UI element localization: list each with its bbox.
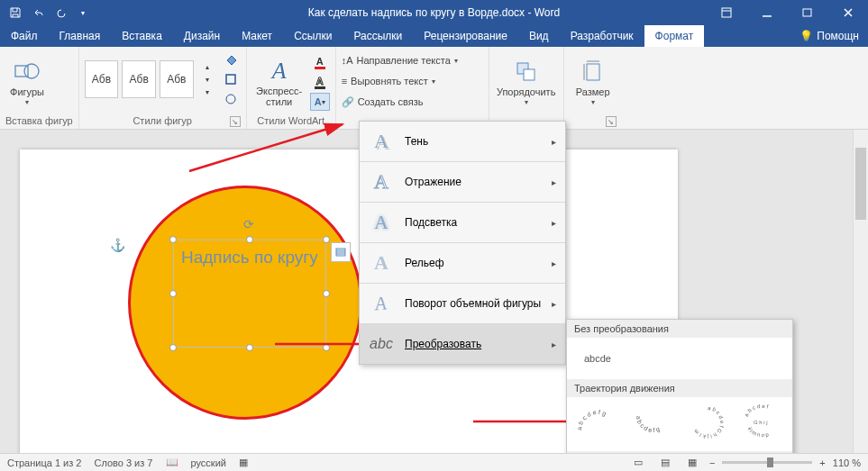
tab-references[interactable]: Ссылки xyxy=(283,25,343,47)
status-words[interactable]: Слово 3 из 7 xyxy=(94,457,152,468)
status-spellcheck-icon[interactable]: 📖 xyxy=(166,457,178,468)
style-gallery-down-icon[interactable]: ▾ xyxy=(197,74,217,86)
tab-insert[interactable]: Вставка xyxy=(111,25,173,47)
group-shape-styles: Абв Абв Абв ▴ ▾ ▾ Стили фигур↘ xyxy=(79,47,247,129)
size-dialog-launcher-icon[interactable]: ↘ xyxy=(606,116,617,127)
rotation-3d-icon: A xyxy=(368,289,391,319)
resize-handle[interactable] xyxy=(323,290,330,297)
style-preset-1[interactable]: Абв xyxy=(85,60,119,98)
group-label-shapes: Вставка фигур xyxy=(5,113,73,129)
menu-transform[interactable]: abc Преобразовать▸ xyxy=(360,324,565,364)
create-link-button[interactable]: 🔗Создать связь xyxy=(342,92,483,112)
view-print-icon[interactable]: ▤ xyxy=(655,456,675,470)
tab-layout[interactable]: Макет xyxy=(231,25,283,47)
shapes-button[interactable]: Фигуры ▾ xyxy=(5,52,49,112)
maximize-icon[interactable] xyxy=(787,0,827,25)
menu-label: Преобразовать xyxy=(405,338,481,350)
resize-handle[interactable] xyxy=(246,236,253,243)
zoom-value[interactable]: 110 % xyxy=(833,457,861,468)
resize-handle[interactable] xyxy=(169,236,177,243)
tab-home[interactable]: Главная xyxy=(49,25,112,47)
text-effects-icon[interactable]: A▾ xyxy=(310,93,330,111)
tab-mailings[interactable]: Рассылки xyxy=(343,25,413,47)
svg-text:a b c d e f g: a b c d e f g xyxy=(576,409,608,430)
view-web-icon[interactable]: ▦ xyxy=(682,456,702,470)
tell-me[interactable]: 💡 Помощн xyxy=(794,25,868,47)
zoom-out-icon[interactable]: − xyxy=(709,457,715,468)
menu-reflection[interactable]: A Отражение▸ xyxy=(360,162,565,202)
resize-handle[interactable] xyxy=(323,344,330,351)
text-fill-icon[interactable]: A xyxy=(310,53,330,71)
save-icon[interactable] xyxy=(5,3,25,23)
window-title: Как сделать надпись по кругу в Ворде.doc… xyxy=(308,6,560,19)
text-direction-button[interactable]: ↕AНаправление текста▾ xyxy=(342,50,483,70)
svg-point-3 xyxy=(24,64,39,78)
resize-handle[interactable] xyxy=(169,344,177,351)
menu-3d-rotation[interactable]: A Поворот объемной фигуры▸ xyxy=(360,284,565,323)
tab-review[interactable]: Рецензирование xyxy=(413,25,518,47)
group-label-wordart: Стили WordArt xyxy=(252,113,330,129)
zoom-thumb[interactable] xyxy=(767,457,773,467)
status-macro-icon[interactable]: ▦ xyxy=(239,457,248,468)
svg-point-5 xyxy=(226,95,235,104)
resize-handle[interactable] xyxy=(169,290,177,297)
resize-handle[interactable] xyxy=(246,344,253,351)
tab-view[interactable]: Вид xyxy=(518,25,560,47)
scrollbar-thumb[interactable] xyxy=(855,148,866,220)
menu-label: Тень xyxy=(405,135,428,148)
tab-format[interactable]: Формат xyxy=(644,25,705,47)
menu-shadow[interactable]: A Тень▸ xyxy=(360,122,565,161)
text-outline-icon[interactable]: A xyxy=(310,73,330,91)
qat-dropdown-icon[interactable]: ▾ xyxy=(73,3,93,23)
transform-none[interactable]: abcde xyxy=(576,345,619,372)
shape-effects-icon[interactable] xyxy=(221,90,241,108)
svg-rect-4 xyxy=(226,75,235,84)
transform-arch-up[interactable]: a b c d e f g xyxy=(629,403,675,442)
group-insert-shapes: Фигуры ▾ Вставка фигур xyxy=(0,47,79,129)
wordart-label: Экспресс- стили xyxy=(256,86,302,107)
tab-developer[interactable]: Разработчик xyxy=(560,25,644,47)
zoom-slider[interactable] xyxy=(722,461,812,464)
arrange-button[interactable]: Упорядочить ▾ xyxy=(495,52,558,112)
transform-circle[interactable]: a b c d e f G h i j k l m xyxy=(684,403,730,442)
shape-outline-icon[interactable] xyxy=(221,70,241,88)
resize-handle[interactable] xyxy=(323,236,330,243)
status-page[interactable]: Страница 1 из 2 xyxy=(7,457,81,468)
transform-arch-down[interactable]: a b c d e f g xyxy=(574,403,620,442)
styles-dialog-launcher-icon[interactable]: ↘ xyxy=(230,116,241,127)
align-text-icon: ≡ xyxy=(342,76,347,86)
ribbon-options-icon[interactable] xyxy=(706,0,746,25)
group-text: ↕AНаправление текста▾ ≡Выровнять текст▾ … xyxy=(336,47,489,129)
tab-design[interactable]: Дизайн xyxy=(173,25,231,47)
rotate-handle-icon[interactable]: ⟳ xyxy=(243,217,256,230)
svg-rect-7 xyxy=(524,69,535,80)
vertical-scrollbar[interactable] xyxy=(853,130,868,453)
status-language[interactable]: русский xyxy=(191,457,226,468)
menu-label: Рельеф xyxy=(405,257,444,269)
minimize-icon[interactable] xyxy=(746,0,787,25)
zoom-in-icon[interactable]: + xyxy=(819,457,825,468)
style-preset-2[interactable]: Абв xyxy=(122,60,156,98)
align-text-button[interactable]: ≡Выровнять текст▾ xyxy=(342,71,483,91)
layout-options-icon[interactable] xyxy=(331,242,351,262)
wordart-quickstyles-button[interactable]: A Экспресс- стили xyxy=(252,52,306,112)
wordart-icon: A xyxy=(265,57,294,86)
text-box[interactable]: Надпись по кругу ⟳ xyxy=(173,240,326,348)
tell-me-label: Помощн xyxy=(817,30,859,42)
transform-button[interactable]: a b c d e fG h i jk l m n o p xyxy=(739,403,785,442)
close-icon[interactable] xyxy=(827,0,868,25)
size-button[interactable]: Размер ▾ xyxy=(570,52,617,112)
text-box-content[interactable]: Надпись по кругу xyxy=(174,240,325,275)
view-read-icon[interactable]: ▭ xyxy=(628,456,648,470)
style-gallery-more-icon[interactable]: ▾ xyxy=(197,86,217,98)
transform-submenu: Без преобразования abcde Траектория движ… xyxy=(566,319,793,470)
undo-icon[interactable] xyxy=(28,3,48,23)
redo-icon[interactable] xyxy=(50,3,70,23)
tab-file[interactable]: Файл xyxy=(0,25,49,47)
menu-bevel[interactable]: A Рельеф▸ xyxy=(360,243,565,283)
style-gallery-up-icon[interactable]: ▴ xyxy=(197,61,217,73)
menu-glow[interactable]: A Подсветка▸ xyxy=(360,203,565,242)
style-preset-3[interactable]: Абв xyxy=(160,60,194,98)
shape-fill-icon[interactable] xyxy=(221,50,241,68)
group-arrange: Упорядочить ▾ xyxy=(489,47,564,129)
